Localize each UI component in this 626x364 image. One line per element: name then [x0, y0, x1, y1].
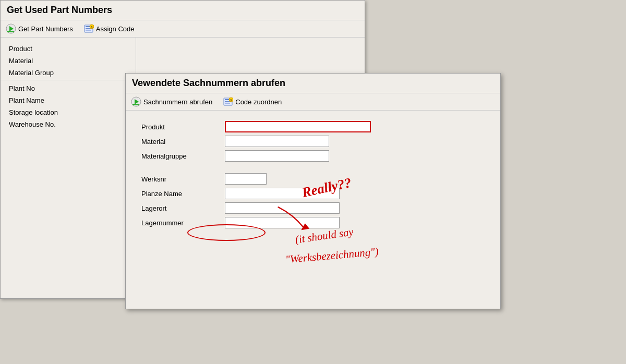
materialgruppe-label: Materialgruppe	[141, 152, 225, 160]
sidebar-item-plant-name[interactable]: Plant Name	[1, 94, 136, 106]
code-zuordnen-label: Code zuordnen	[235, 98, 282, 106]
materialgruppe-input[interactable]	[225, 150, 329, 162]
lagerort-input[interactable]	[225, 202, 340, 214]
sidebar: Product Material Material Group Plant No…	[1, 38, 136, 298]
front-window-title: Vewendete Sachnummern abrufen	[132, 78, 494, 89]
code-zuordnen-icon: $	[223, 96, 233, 107]
back-window-toolbar: Get Part Numbers $ Assign Code	[1, 20, 365, 38]
sidebar-item-warehouse-no[interactable]: Warehouse No.	[1, 118, 136, 130]
lagernummer-label: Lagernummer	[141, 219, 225, 227]
sachnummern-icon	[131, 96, 141, 107]
form-row-materialgruppe: Materialgruppe	[141, 150, 485, 162]
svg-text:$: $	[231, 99, 232, 102]
svg-rect-13	[225, 103, 230, 104]
form-row-produkt: Produkt	[141, 121, 485, 132]
front-window-toolbar: Sachnummern abrufen $ Code zuordnen	[126, 93, 500, 111]
svg-rect-11	[225, 99, 229, 100]
front-window-titlebar: Vewendete Sachnummern abrufen	[126, 74, 500, 93]
lagerort-label: Lagerort	[141, 204, 225, 212]
planze-name-input[interactable]	[225, 188, 340, 199]
sidebar-item-product[interactable]: Product	[1, 43, 136, 55]
sidebar-item-storage-location[interactable]: Storage location	[1, 106, 136, 118]
get-part-numbers-label: Get Part Numbers	[18, 25, 73, 33]
sachnummern-label: Sachnummern abrufen	[143, 98, 212, 106]
sachnummern-abrufen-button[interactable]: Sachnummern abrufen	[131, 96, 212, 107]
back-window-titlebar: Get Used Part Numbers	[1, 1, 365, 20]
svg-rect-3	[86, 26, 90, 27]
assign-code-icon: $	[83, 23, 94, 34]
front-window: Vewendete Sachnummern abrufen Sachnummer…	[125, 73, 501, 309]
svg-text:$: $	[91, 26, 92, 29]
lagernummer-input[interactable]	[225, 217, 340, 228]
material-label: Material	[141, 138, 225, 145]
form-row-lagerort: Lagerort	[141, 202, 485, 214]
code-zuordnen-button[interactable]: $ Code zuordnen	[223, 96, 282, 107]
material-input[interactable]	[225, 136, 329, 147]
produkt-input[interactable]	[225, 121, 371, 132]
form-area: Produkt Material Materialgruppe Werksnr …	[126, 111, 500, 309]
form-row-planze-name: Planze Name	[141, 188, 485, 199]
planze-name-label: Planze Name	[141, 190, 225, 198]
get-parts-icon	[6, 23, 16, 34]
assign-code-button[interactable]: $ Assign Code	[83, 23, 135, 34]
svg-text:"Werksbezeichnung"): "Werksbezeichnung")	[285, 245, 379, 266]
get-part-numbers-button[interactable]: Get Part Numbers	[6, 23, 73, 34]
back-window-title: Get Used Part Numbers	[7, 5, 358, 16]
form-row-werksnr: Werksnr	[141, 173, 485, 185]
werksnr-input[interactable]	[225, 173, 267, 185]
produkt-label: Produkt	[141, 123, 225, 131]
assign-code-label: Assign Code	[96, 25, 135, 33]
svg-rect-5	[86, 30, 91, 31]
sidebar-item-plant-no[interactable]: Plant No	[1, 82, 136, 94]
sidebar-item-material-group[interactable]: Material Group	[1, 67, 136, 80]
form-row-lagernummer: Lagernummer	[141, 217, 485, 228]
form-row-material: Material	[141, 136, 485, 147]
werksnr-label: Werksnr	[141, 175, 225, 183]
sidebar-item-material[interactable]: Material	[1, 55, 136, 67]
